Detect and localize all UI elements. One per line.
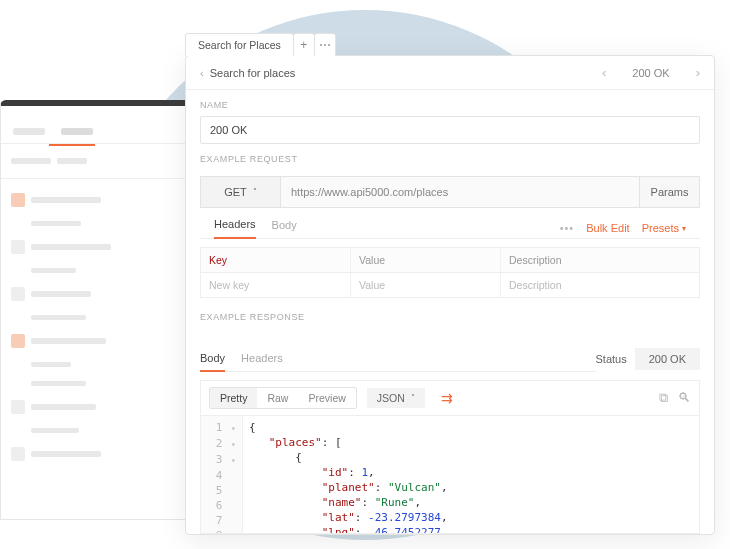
kv-desc-input[interactable]: Description xyxy=(501,273,699,297)
more-icon[interactable]: ••• xyxy=(560,222,575,234)
breadcrumb-back-label[interactable]: Search for places xyxy=(210,67,296,79)
params-button[interactable]: Params xyxy=(639,177,699,207)
view-preview[interactable]: Preview xyxy=(298,388,355,408)
format-select[interactable]: JSON ˅ xyxy=(367,388,425,408)
copy-icon[interactable]: ⧉ xyxy=(659,390,668,406)
view-raw[interactable]: Raw xyxy=(257,388,298,408)
kv-head-desc: Description xyxy=(501,248,699,272)
kv-key-input[interactable]: New key xyxy=(201,273,351,297)
kv-header-row: Key Value Description xyxy=(200,247,700,273)
background-window xyxy=(0,100,190,520)
example-response-label: EXAMPLE RESPONSE xyxy=(200,312,700,322)
chevron-down-icon: ˅ xyxy=(253,187,257,196)
kv-empty-row[interactable]: New key Value Description xyxy=(200,273,700,298)
next-example-button[interactable]: › xyxy=(696,65,700,80)
kv-value-input[interactable]: Value xyxy=(351,273,501,297)
name-section-label: NAME xyxy=(200,100,700,110)
back-icon[interactable]: ‹ xyxy=(200,67,204,79)
bulk-edit-link[interactable]: Bulk Edit xyxy=(586,222,629,234)
tab-body[interactable]: Body xyxy=(272,219,297,238)
kv-head-key: Key xyxy=(201,248,351,272)
wrap-lines-button[interactable]: ⇉ xyxy=(435,388,459,408)
tab-overflow-button[interactable]: ⋯ xyxy=(314,33,336,56)
caret-down-icon: ▾ xyxy=(682,224,686,233)
code-content[interactable]: { "places": [ { "id": 1, "planet": "Vulc… xyxy=(243,416,527,533)
tab-search-for-places[interactable]: Search for Places xyxy=(185,33,294,56)
tab-headers[interactable]: Headers xyxy=(214,218,256,239)
view-mode-segment[interactable]: Pretty Raw Preview xyxy=(209,387,357,409)
breadcrumb-title: 200 OK xyxy=(632,67,669,79)
response-tab-body[interactable]: Body xyxy=(200,346,225,372)
line-gutter: 1 ▾ 2 ▾ 3 ▾ 4 5 6 7 8 9 10 11 ▾ xyxy=(201,416,243,533)
search-icon[interactable]: 🔍︎ xyxy=(678,390,691,406)
response-body-editor[interactable]: 1 ▾ 2 ▾ 3 ▾ 4 5 6 7 8 9 10 11 ▾ { "place… xyxy=(200,415,700,534)
example-name-input[interactable] xyxy=(200,116,700,144)
url-input[interactable]: https://www.api5000.com/places xyxy=(281,177,639,207)
example-request-label: EXAMPLE REQUEST xyxy=(200,154,700,164)
response-view-toolbar: Pretty Raw Preview JSON ˅ ⇉ ⧉ 🔍︎ xyxy=(200,380,700,415)
method-select[interactable]: GET ˅ xyxy=(201,177,281,207)
prev-example-button[interactable]: ‹ xyxy=(602,65,606,80)
example-editor-panel: ‹ Search for places ‹ 200 OK › NAME EXAM… xyxy=(185,55,715,535)
view-pretty[interactable]: Pretty xyxy=(210,388,257,408)
status-value-select[interactable]: 200 OK xyxy=(635,348,700,370)
presets-dropdown[interactable]: Presets ▾ xyxy=(642,222,686,234)
kv-head-value: Value xyxy=(351,248,501,272)
request-bar: GET ˅ https://www.api5000.com/places Par… xyxy=(200,176,700,208)
method-label: GET xyxy=(224,186,247,198)
response-tab-headers[interactable]: Headers xyxy=(241,346,283,371)
breadcrumb: ‹ Search for places ‹ 200 OK › xyxy=(186,56,714,90)
chevron-down-icon: ˅ xyxy=(411,393,415,402)
new-tab-button[interactable]: + xyxy=(293,33,315,56)
status-label: Status xyxy=(596,353,627,365)
